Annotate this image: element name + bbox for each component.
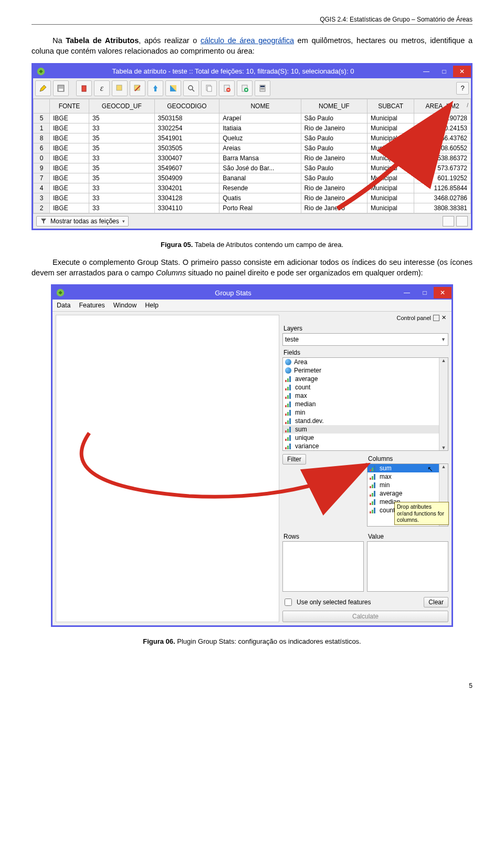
row-header[interactable]: 2	[34, 203, 50, 213]
filter-button[interactable]: Filter	[282, 454, 306, 465]
list-item[interactable]: count	[283, 383, 448, 391]
cell[interactable]: 33	[89, 183, 155, 193]
col-area-km2[interactable]: AREA_KM2/	[414, 99, 471, 113]
cell[interactable]: Municipal	[368, 153, 414, 163]
list-item[interactable]: Area	[283, 358, 448, 366]
cell[interactable]: 3300407	[154, 153, 219, 163]
expression-icon[interactable]: ε	[94, 80, 110, 96]
cell[interactable]: 3304110	[154, 203, 219, 213]
delete-column-icon[interactable]	[219, 80, 235, 96]
cell[interactable]: 1126.85844	[414, 183, 471, 193]
cell[interactable]: Municipal	[368, 123, 414, 133]
cell[interactable]: Municipal	[368, 173, 414, 183]
row-header[interactable]: 0	[34, 153, 50, 163]
cell[interactable]: 256.43762	[414, 133, 471, 143]
minimize-button[interactable]: —	[417, 66, 435, 77]
cell[interactable]: 3302254	[154, 123, 219, 133]
rows-list[interactable]	[282, 541, 364, 592]
table-row[interactable]: 1IBGE333302254ItatiaiaRio de JaneiroMuni…	[34, 123, 471, 133]
cell[interactable]: Itatiaia	[219, 123, 301, 133]
cell[interactable]: IBGE	[50, 133, 89, 143]
cell[interactable]: 33	[89, 123, 155, 133]
cell[interactable]: 3304128	[154, 193, 219, 203]
cell[interactable]: IBGE	[50, 113, 89, 123]
cell[interactable]: Barra Mansa	[219, 153, 301, 163]
cell[interactable]: São Paulo	[301, 113, 367, 123]
delete-selected-icon[interactable]	[76, 80, 92, 96]
row-header[interactable]: 7	[34, 173, 50, 183]
menu-features[interactable]: Features	[79, 302, 104, 309]
row-header[interactable]: 4	[34, 183, 50, 193]
table-row[interactable]: 3IBGE333304128QuatisRio de JaneiroMunici…	[34, 193, 471, 203]
menu-data[interactable]: Data	[57, 302, 70, 309]
list-item[interactable]: median	[283, 400, 448, 408]
cell[interactable]: 3503505	[154, 143, 219, 153]
cell[interactable]: 601.19252	[414, 173, 471, 183]
cell[interactable]: 35	[89, 113, 155, 123]
table-row[interactable]: 9IBGE353549607São José do Bar...São Paul…	[34, 163, 471, 173]
table-view-icon[interactable]	[456, 216, 468, 226]
list-item[interactable]: unique	[283, 434, 448, 442]
list-item[interactable]: min	[283, 408, 448, 417]
columns-list[interactable]: summaxminaveragemediancount▲▼↖Drop atrib…	[367, 463, 448, 527]
maximize-button[interactable]: □	[435, 66, 453, 77]
calculate-button[interactable]: Calculate	[282, 611, 448, 622]
cell[interactable]: IBGE	[50, 123, 89, 133]
cell[interactable]: Rio de Janeiro	[301, 183, 367, 193]
form-view-icon[interactable]	[443, 216, 454, 226]
panel-close-icon[interactable]: ✕	[442, 314, 446, 321]
cell[interactable]: Municipal	[368, 183, 414, 193]
cell[interactable]: Municipal	[368, 193, 414, 203]
cell[interactable]: Municipal	[368, 203, 414, 213]
table-row[interactable]: 7IBGE353504909BananalSão PauloMunicipal6…	[34, 173, 471, 183]
cell[interactable]: 3503158	[154, 113, 219, 123]
cell[interactable]: 308.60552	[414, 143, 471, 153]
cell[interactable]: 3549607	[154, 163, 219, 173]
row-header[interactable]: 5	[34, 113, 50, 123]
table-row[interactable]: 2IBGE333304110Porto RealRio de JaneiroMu…	[34, 203, 471, 213]
cell[interactable]: Porto Real	[219, 203, 301, 213]
invert-selection-icon[interactable]	[165, 80, 181, 96]
cell[interactable]: 35	[89, 143, 155, 153]
cell[interactable]: Rio de Janeiro	[301, 123, 367, 133]
zoom-selected-icon[interactable]	[183, 80, 199, 96]
add-column-icon[interactable]	[237, 80, 253, 96]
cell[interactable]: IBGE	[50, 173, 89, 183]
edit-toggle-icon[interactable]	[35, 80, 51, 96]
table-row[interactable]: 4IBGE333304201ResendeRio de JaneiroMunic…	[34, 183, 471, 193]
scrollbar[interactable]: ▲▼	[439, 358, 448, 450]
row-header[interactable]: 9	[34, 163, 50, 173]
cell[interactable]: Rio de Janeiro	[301, 193, 367, 203]
cell[interactable]: 220.24153	[414, 123, 471, 133]
value-list[interactable]	[367, 541, 448, 592]
cell[interactable]: 35	[89, 173, 155, 183]
cell[interactable]: 3541901	[154, 133, 219, 143]
row-header[interactable]: 8	[34, 133, 50, 143]
cell[interactable]: 3304201	[154, 183, 219, 193]
cell[interactable]: São Paulo	[301, 143, 367, 153]
col-geocodigo[interactable]: GEOCODIGO	[154, 99, 219, 113]
cell[interactable]: 35	[89, 163, 155, 173]
layers-combo[interactable]: teste ▼	[282, 333, 448, 346]
list-item[interactable]: sum	[283, 425, 448, 434]
dock-icon[interactable]	[433, 315, 439, 321]
cell[interactable]: 573.67372	[414, 163, 471, 173]
cell[interactable]: IBGE	[50, 203, 89, 213]
cell[interactable]: Resende	[219, 183, 301, 193]
cell[interactable]: Queluz	[219, 133, 301, 143]
list-item[interactable]: max	[283, 391, 448, 400]
list-item[interactable]: variance	[283, 442, 448, 450]
cell[interactable]: Rio de Janeiro	[301, 203, 367, 213]
cell[interactable]: 538.86372	[414, 153, 471, 163]
table-row[interactable]: 8IBGE353541901QueluzSão PauloMunicipal25…	[34, 133, 471, 143]
copy-icon[interactable]	[201, 80, 217, 96]
cell[interactable]: 35	[89, 133, 155, 143]
cell[interactable]: 33	[89, 193, 155, 203]
cell[interactable]: IBGE	[50, 163, 89, 173]
col-fonte[interactable]: FONTE	[50, 99, 89, 113]
use-selected-checkbox[interactable]	[285, 599, 292, 606]
cell[interactable]: 3504909	[154, 173, 219, 183]
menu-help[interactable]: Help	[145, 302, 159, 309]
cell[interactable]: São José do Bar...	[219, 163, 301, 173]
cell[interactable]: Quatis	[219, 193, 301, 203]
